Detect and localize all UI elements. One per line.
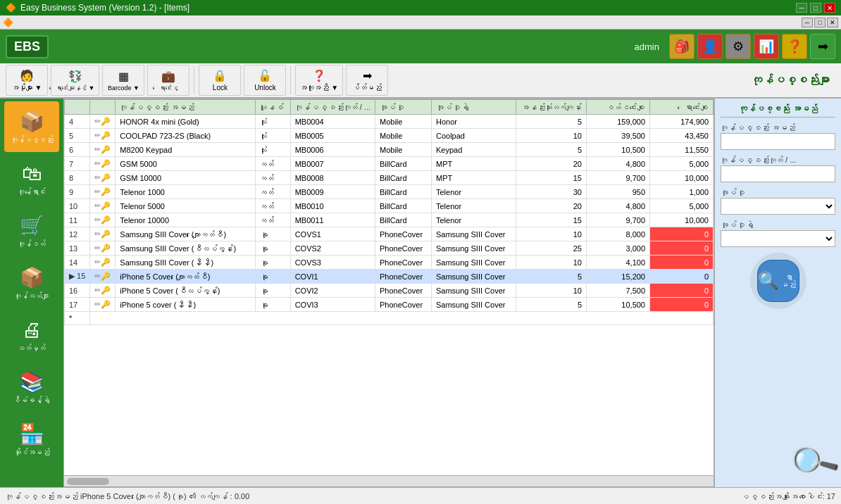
row-edit[interactable]: ✏🔑 <box>90 171 116 185</box>
row-edit[interactable]: ✏🔑 <box>90 284 116 298</box>
row-unit: ခု <box>255 241 290 256</box>
sec-maximize[interactable]: □ <box>814 18 826 27</box>
row-unit: ခု <box>255 298 290 312</box>
row-code: MB0009 <box>290 185 375 199</box>
lock-button[interactable]: 🔒 Lock <box>199 65 241 96</box>
row-edit[interactable]: ✏🔑 <box>90 298 116 312</box>
row-name[interactable]: Samsung SIII Cover (နီနီ) <box>116 256 255 270</box>
row-cat2: Keypad <box>432 143 516 157</box>
status-right: ပစ္စည်းအချိုးအစားပေါင်း: 17 <box>741 492 835 500</box>
row-stock: 10 <box>516 256 587 270</box>
category2-label: အုပ်စုခွဲ <box>721 220 835 229</box>
row-stock: 5 <box>516 298 587 312</box>
sidebar-item-ledger[interactable]: 📦 ကုန်လယ်ဂျာ <box>4 258 59 308</box>
sidebar-item-manage[interactable]: 📚 စီမံခန့်ခွဲ <box>4 362 59 412</box>
maximize-button[interactable]: □ <box>810 3 821 13</box>
row-name[interactable]: GSM 5000 <box>116 157 255 171</box>
goods-icon: 📦 <box>20 110 44 133</box>
col-price2[interactable]: ရောင်းစျေး <box>650 100 714 115</box>
help-button[interactable]: ❓ အကူအညီ ▼ <box>295 65 343 96</box>
sec-close[interactable]: ✕ <box>827 18 838 27</box>
row-edit[interactable]: ✏🔑 <box>90 270 116 284</box>
person-icon-button[interactable]: 👤 <box>697 34 723 59</box>
unlock-button[interactable]: 🔓 Unlock <box>244 65 286 96</box>
row-cat2: Samsung SIII Cover <box>432 256 516 270</box>
row-name[interactable]: COOLPAD 723-2S (Black) <box>116 129 255 143</box>
close-button[interactable]: ✕ <box>824 3 835 13</box>
row-name[interactable]: iPhone 5 Cover (ကျောကတ်စီ) <box>116 270 255 284</box>
sidebar-item-sales[interactable]: 🛍 ကုန်ရောင်း <box>4 153 59 204</box>
row-edit[interactable]: ✏🔑 <box>90 185 116 199</box>
minimize-button[interactable]: ─ <box>796 3 807 13</box>
print-icon: 🖨 <box>22 318 42 341</box>
col-stock[interactable]: အနည်းဆုံးလက်ကျန်း <box>516 100 587 115</box>
bag-icon-button[interactable]: 🎒 <box>669 34 694 59</box>
row-price1: 4,800 <box>587 199 650 213</box>
row-edit[interactable]: ✏🔑 <box>90 199 116 213</box>
item-code-input[interactable] <box>721 165 835 182</box>
row-name[interactable]: M8200 Keypad <box>116 143 255 157</box>
search-button[interactable]: 🔍 ရှာမည် <box>757 260 799 302</box>
row-unit: ကတ် <box>255 157 290 171</box>
category2-select[interactable] <box>721 230 835 247</box>
category1-field-group: အုပ်စု <box>721 188 835 215</box>
barcode-button[interactable]: ▦ Barcode ▼ <box>102 65 144 96</box>
manage-label: စီမံခန့်ခွဲ <box>13 396 50 404</box>
item-name-input[interactable] <box>721 133 835 150</box>
row-name[interactable]: Telenor 5000 <box>116 199 255 213</box>
sec-minimize[interactable]: ─ <box>802 18 813 27</box>
sidebar-item-store[interactable]: 🏪 ဆိုင်အမည် <box>4 414 59 465</box>
row-price1: 950 <box>587 185 650 199</box>
col-code[interactable]: ကုန်ပစ္စည်းကုတ် / ... <box>290 100 375 115</box>
chart-icon-button[interactable]: 📊 <box>754 34 779 59</box>
category1-select[interactable] <box>721 198 835 215</box>
row-edit[interactable]: ✏🔑 <box>90 157 116 171</box>
item-code-label: ကုန်ပစ္စည်းကုတ် / ... <box>721 156 835 164</box>
row-cat2: Samsung SIII Cover <box>432 284 516 298</box>
col-unit[interactable]: ယူနစ် <box>255 100 290 115</box>
row-name[interactable]: iPhone 5 cover (နီနီ) <box>116 298 255 312</box>
row-price1: 159,000 <box>587 115 650 129</box>
table-scroll[interactable]: ကုန်ပစ္စည်း အမည် ယူနစ် ကုန်ပစ္စည်းကုတ် /… <box>64 99 714 475</box>
sidebar-item-print[interactable]: 🖨 သတ်မှတ် <box>4 310 59 360</box>
header-bar: EBS admin 🎒 👤 ⚙ 📊 ❓ ➡ <box>0 30 841 63</box>
row-name[interactable]: iPhone 5 Cover (စီလပ်ကွန်း) <box>116 284 255 298</box>
row-name[interactable]: Samsung SIII Cover (စီလပ်ကွန်း) <box>116 241 255 256</box>
admin-label: admin <box>635 42 659 52</box>
row-edit[interactable]: ✏🔑 <box>90 129 116 143</box>
row-edit[interactable]: ✏🔑 <box>90 115 116 129</box>
row-name[interactable]: Samsung SIII Cover (ကျောကတ်စီ) <box>116 227 255 241</box>
sidebar-item-purchase[interactable]: 🛒 ကုန်ဝယ် <box>4 206 59 256</box>
ledger-label: ကုန်လယ်ဂျာ <box>14 292 49 300</box>
row-name[interactable]: HONOR 4x mini (Gold) <box>116 115 255 129</box>
add-button[interactable]: 🧑 အမိုများ ▼ <box>6 65 48 96</box>
row-edit[interactable]: ✏🔑 <box>90 241 116 256</box>
items-table: ကုန်ပစ္စည်း အမည် ယူနစ် ကုန်ပစ္စည်းကုတ် /… <box>64 99 714 325</box>
row-name[interactable]: Telenor 1000 <box>116 185 255 199</box>
h-scrollbar[interactable] <box>64 475 714 486</box>
help-label: အကူအညီ ▼ <box>300 84 338 92</box>
question-icon-button[interactable]: ❓ <box>782 34 807 59</box>
exit-icon-button[interactable]: ➡ <box>810 34 835 59</box>
sales-button[interactable]: 💼 ရောင်းငွေ <box>147 65 189 96</box>
gear-icon-button[interactable]: ⚙ <box>725 34 751 59</box>
row-unit: ကတ် <box>255 185 290 199</box>
row-edit[interactable]: ✏🔑 <box>90 256 116 270</box>
row-name[interactable]: GSM 10000 <box>116 171 255 185</box>
row-cat2: Samsung SIII Cover <box>432 270 516 284</box>
col-cat1[interactable]: အုပ်စု <box>375 100 432 115</box>
row-name[interactable]: Telenor 10000 <box>116 213 255 227</box>
col-price1[interactable]: ဝယ်ငင်းစျေး <box>587 100 650 115</box>
edit-button[interactable]: 💱 ရောင်းချေးနှင့် ▼ <box>51 65 99 96</box>
item-name-field-group: ကုန်ပစ္စည်း အမည် <box>721 123 835 150</box>
col-name[interactable]: ကုန်ပစ္စည်း အမည် <box>116 100 255 115</box>
row-edit[interactable]: ✏🔑 <box>90 227 116 241</box>
sidebar-item-goods[interactable]: 📦 ကုန်ပစ္စည်း <box>4 101 59 152</box>
separator-1 <box>194 66 194 94</box>
row-num: 17 <box>65 298 90 312</box>
col-cat2[interactable]: အုပ်စုခွဲ <box>432 100 516 115</box>
row-edit[interactable]: ✏🔑 <box>90 143 116 157</box>
row-edit[interactable]: ✏🔑 <box>90 213 116 227</box>
category2-field-group: အုပ်စုခွဲ <box>721 220 835 247</box>
close-app-button[interactable]: ➡ ပိတ်မည် <box>346 65 388 96</box>
